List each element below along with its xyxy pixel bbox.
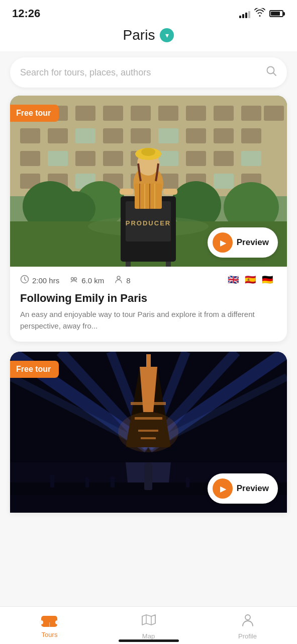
svg-rect-25 — [103, 151, 123, 166]
svg-point-98 — [245, 615, 250, 620]
svg-rect-6 — [103, 106, 123, 121]
card-body-emily: 2:00 hrs 6.0 km — [10, 267, 287, 342]
search-icon — [266, 65, 277, 79]
map-icon — [141, 613, 156, 630]
svg-rect-61 — [120, 189, 134, 195]
svg-rect-89 — [111, 476, 115, 488]
svg-rect-88 — [85, 477, 89, 488]
distance-value: 6.0 km — [81, 276, 104, 285]
preview-button[interactable]: Preview — [208, 227, 278, 258]
svg-point-85 — [118, 412, 178, 452]
svg-rect-13 — [20, 128, 40, 143]
svg-rect-12 — [264, 106, 284, 121]
svg-rect-7 — [131, 106, 151, 121]
svg-marker-84 — [146, 354, 151, 367]
city-name: Paris — [123, 27, 155, 43]
person-icon — [114, 275, 123, 286]
svg-rect-20 — [214, 128, 234, 143]
svg-point-55 — [141, 148, 155, 156]
chevron-down-icon[interactable] — [160, 28, 174, 42]
svg-rect-80 — [131, 402, 166, 405]
card-image-emily: PRODUCER — [10, 96, 287, 267]
svg-text:PRODUCER: PRODUCER — [126, 219, 171, 227]
battery-icon — [269, 10, 285, 17]
play-icon-2 — [213, 478, 233, 499]
clock-icon — [20, 275, 29, 286]
svg-rect-28 — [186, 151, 206, 166]
profile-icon — [241, 613, 255, 630]
svg-point-94 — [144, 462, 152, 470]
duration-meta: 2:00 hrs — [20, 275, 59, 286]
preview-label: Preview — [237, 237, 269, 248]
svg-point-66 — [117, 276, 120, 279]
svg-rect-90 — [186, 477, 189, 488]
card-image-eiffel: Free tour Preview — [10, 352, 287, 513]
language-flags: 🇬🇧 🇪🇸 🇩🇪 — [228, 275, 277, 285]
svg-rect-11 — [241, 106, 261, 121]
svg-point-65 — [74, 278, 77, 280]
play-icon — [213, 232, 233, 253]
svg-point-64 — [71, 278, 74, 280]
cards-container: PRODUCER — [0, 96, 297, 513]
status-bar: 12:26 — [0, 0, 297, 24]
svg-rect-14 — [48, 128, 68, 143]
tour-card-eiffel[interactable]: Free tour Preview — [10, 352, 287, 513]
nav-item-tours[interactable]: Tours — [0, 615, 99, 638]
preview-label-2: Preview — [237, 484, 269, 494]
status-time: 12:26 — [12, 7, 40, 20]
svg-rect-9 — [186, 106, 206, 121]
duration-value: 2:00 hrs — [32, 276, 59, 285]
svg-rect-29 — [214, 151, 234, 166]
svg-rect-10 — [214, 106, 234, 121]
svg-rect-22 — [20, 151, 40, 166]
svg-rect-51 — [166, 262, 171, 267]
stops-value: 8 — [126, 276, 130, 285]
distance-meta: 6.0 km — [69, 275, 104, 286]
ticket-icon — [41, 615, 58, 629]
svg-rect-17 — [131, 128, 151, 143]
svg-rect-62 — [163, 189, 177, 195]
header: Paris — [0, 24, 297, 51]
svg-rect-15 — [75, 128, 95, 143]
flag-de: 🇩🇪 — [262, 275, 277, 285]
svg-rect-27 — [158, 151, 178, 166]
svg-rect-5 — [75, 106, 95, 121]
svg-rect-24 — [75, 151, 95, 166]
signal-bars-icon — [239, 9, 250, 18]
svg-rect-30 — [241, 151, 261, 166]
svg-rect-50 — [126, 262, 131, 267]
svg-rect-38 — [214, 174, 234, 189]
svg-rect-8 — [158, 106, 178, 121]
svg-rect-23 — [48, 151, 68, 166]
card-desc-emily: An easy and enjoyable way to tour Paris … — [20, 309, 277, 332]
svg-rect-21 — [241, 128, 261, 143]
home-indicator-container — [0, 635, 297, 642]
search-placeholder-text: Search for tours, places, authors — [20, 67, 266, 78]
search-container: Search for tours, places, authors — [0, 51, 297, 96]
search-box[interactable]: Search for tours, places, authors — [10, 57, 287, 88]
status-icons — [239, 8, 285, 20]
svg-rect-19 — [186, 128, 206, 143]
svg-rect-87 — [50, 475, 54, 488]
free-tour-badge: Free tour — [10, 105, 59, 122]
svg-rect-56 — [135, 184, 162, 209]
free-tour-badge-2: Free tour — [10, 361, 59, 378]
preview-button-2[interactable]: Preview — [208, 473, 278, 504]
flag-gb: 🇬🇧 — [228, 275, 243, 285]
flag-es: 🇪🇸 — [245, 275, 260, 285]
home-indicator — [119, 639, 179, 642]
svg-rect-93 — [144, 467, 152, 490]
route-icon — [69, 275, 78, 286]
card-title-emily: Following Emily in Paris — [20, 292, 277, 305]
wifi-icon — [254, 8, 265, 20]
svg-rect-16 — [103, 128, 123, 143]
svg-point-44 — [55, 191, 95, 226]
svg-rect-18 — [158, 128, 178, 143]
tour-card-emily[interactable]: PRODUCER — [10, 96, 287, 342]
stops-meta: 8 — [114, 275, 130, 286]
card-meta: 2:00 hrs 6.0 km — [20, 275, 277, 286]
